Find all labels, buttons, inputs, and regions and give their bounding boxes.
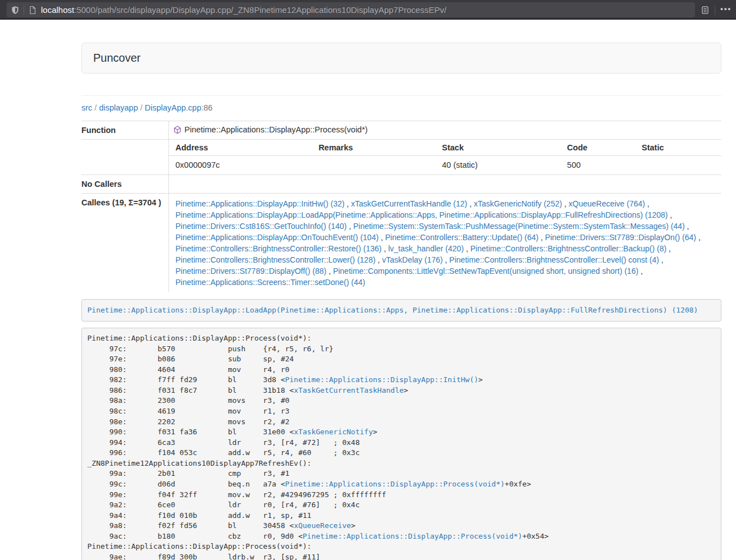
function-label: Function [81,121,168,140]
col-static: Static [635,140,721,156]
empty-label [81,140,168,175]
table-row: Address Remarks Stack Code Static 0x0000… [81,140,721,175]
callee-link[interactable]: xTaskGenericNotify (252) [474,199,562,208]
toolbar-divider [715,5,715,15]
page-title: Puncover [93,52,141,64]
callee-link[interactable]: Pinetime::Applications::DisplayApp::Load… [176,210,668,219]
callee-link[interactable]: Pinetime::System::SystemTask::PushMessag… [353,222,685,231]
divider [81,95,721,96]
remarks-value [312,156,435,175]
table-row: Callees (19, Σ=3704 ) Pinetime::Applicat… [81,194,721,293]
col-stack: Stack [435,140,560,156]
function-name: Pinetime::Applications::DisplayApp::Proc… [185,125,368,134]
col-address: Address [169,140,312,156]
symbol-link[interactable]: Pinetime::Applications::DisplayApp::Proc… [285,480,505,488]
callees-cell: Pinetime::Applications::DisplayApp::Init… [168,194,721,293]
breadcrumb-link-file[interactable]: DisplayApp.cpp [145,103,202,112]
cube-icon [173,126,181,134]
breadcrumb-line-number: :86 [201,103,212,112]
disassembly-pre: Pinetime::Applications::DisplayApp::Proc… [81,328,721,560]
symbol-link[interactable]: Pinetime::Applications::DisplayApp::Proc… [303,532,522,540]
overflow-menu-icon[interactable]: ••• [720,5,732,15]
callee-link[interactable]: Pinetime::Drivers::St7789::DisplayOn() (… [545,233,696,242]
breadcrumb-separator: / [140,103,143,112]
symbol-link[interactable]: xQueueReceive [294,521,351,530]
callee-link[interactable]: Pinetime::Applications::DisplayApp::OnTo… [176,233,379,242]
reader-mode-icon[interactable] [701,6,710,15]
stack-value: 40 (static) [435,156,560,175]
callee-link[interactable]: lv_task_handler (420) [388,244,464,253]
url-text: localhost:5000/path/src/displayapp/Displ… [41,5,446,15]
breadcrumb-separator: / [94,103,97,112]
symbol-link[interactable]: xTaskGetCurrentTaskHandle [294,386,404,394]
callee-link[interactable]: Pinetime::Controllers::BrightnessControl… [176,255,376,264]
callee-link[interactable]: Pinetime::Applications::Screens::Timer::… [176,278,365,287]
url-bar[interactable]: localhost:5000/path/src/displayapp/Displ… [7,2,695,17]
callee-link[interactable]: Pinetime::Drivers::St7789::DisplayOff() … [176,267,327,276]
col-remarks: Remarks [312,140,435,156]
table-row: Function Pinetime::Applications::Display… [81,121,721,140]
code-value: 500 [560,156,635,175]
address-value: 0x0000097c [169,156,312,175]
page-content: Puncover src/displayapp/DisplayApp.cpp:8… [81,43,721,560]
urlbar-divider [24,5,24,15]
no-callers-label: No Callers [81,175,168,194]
url-path: :5000/path/src/displayapp/DisplayApp.cpp… [74,5,446,15]
callee-link[interactable]: xTaskGetCurrentTaskHandle (12) [351,199,467,208]
callee-link[interactable]: Pinetime::Controllers::BrightnessControl… [176,244,382,253]
callee-link[interactable]: xQueueReceive (764) [569,199,645,208]
callee-link[interactable]: Pinetime::Controllers::BrightnessControl… [470,244,666,253]
metrics-data-row: 0x0000097c 40 (static) 500 [169,156,722,175]
app-header: Puncover [81,43,721,74]
page-icon [28,6,37,15]
metrics-header-row: Address Remarks Stack Code Static [169,140,722,156]
callee-link[interactable]: vTaskDelay (176) [382,255,443,264]
highlighted-call-box: Pinetime::Applications::DisplayApp::Load… [81,299,721,322]
table-row: No Callers [81,175,721,194]
breadcrumb: src/displayapp/DisplayApp.cpp:86 [81,102,721,113]
function-info-table: Function Pinetime::Applications::Display… [81,121,721,292]
symbol-link[interactable]: Pinetime::Applications::DisplayApp::Init… [285,375,478,384]
browser-toolbar: localhost:5000/path/src/displayapp/Displ… [0,0,736,20]
callee-link[interactable]: Pinetime::Controllers::Battery::Update()… [385,233,538,242]
url-host: localhost [41,5,74,15]
loadapp-link[interactable]: Pinetime::Applications::DisplayApp::Load… [88,306,698,314]
no-callers-cell [168,175,721,194]
shield-icon[interactable] [11,6,20,15]
callee-link[interactable]: Pinetime::Controllers::BrightnessControl… [449,255,659,264]
static-value [635,156,721,175]
callee-link[interactable]: Pinetime::Applications::DisplayApp::Init… [176,199,345,208]
breadcrumb-link-displayapp[interactable]: displayapp [99,103,138,112]
symbol-link[interactable]: xTaskGenericNotify [294,428,373,436]
callees-label: Callees (19, Σ=3704 ) [81,194,168,293]
callee-link[interactable]: Pinetime::Drivers::Cst816S::GetTouchInfo… [176,222,347,231]
callee-link[interactable]: Pinetime::Components::LittleVgl::SetNewT… [333,267,638,276]
metrics-table: Address Remarks Stack Code Static 0x0000… [169,140,722,175]
breadcrumb-link-src[interactable]: src [81,103,92,112]
col-code: Code [560,140,635,156]
